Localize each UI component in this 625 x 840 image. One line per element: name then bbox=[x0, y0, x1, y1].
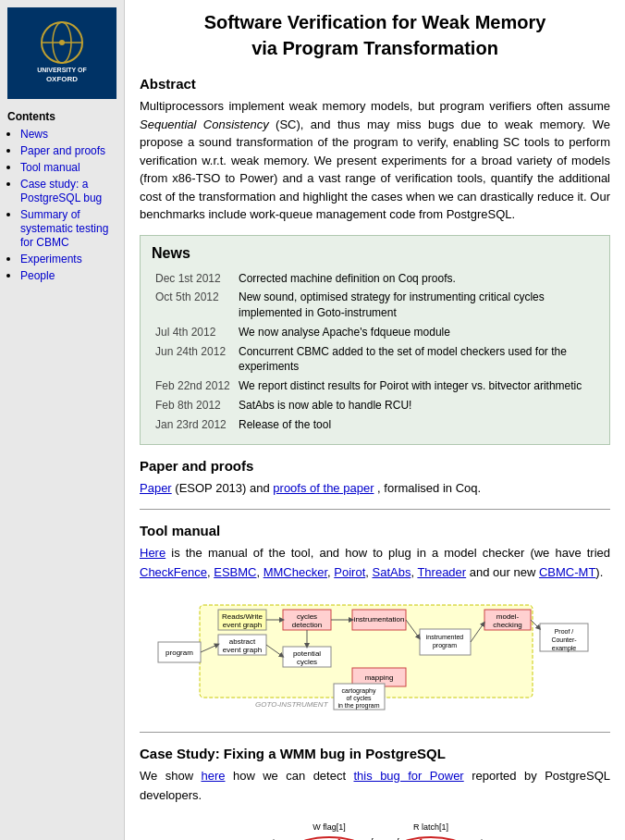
here-link[interactable]: Here bbox=[140, 546, 165, 560]
svg-text:event graph: event graph bbox=[222, 646, 261, 654]
news-text: Corrected machine definition on Coq proo… bbox=[235, 269, 598, 289]
svg-text:cartography: cartography bbox=[341, 687, 375, 695]
news-text: SatAbs is now able to handle RCU! bbox=[235, 396, 598, 415]
svg-text:fr: fr bbox=[371, 837, 376, 840]
sidebar-item-paper[interactable]: Paper and proofs bbox=[20, 143, 116, 157]
sidebar-item-news[interactable]: News bbox=[20, 127, 116, 141]
news-row: Oct 5th 2012 New sound, optimised strate… bbox=[152, 288, 598, 323]
sidebar-nav-list: News Paper and proofs Tool manual Case s… bbox=[7, 127, 116, 282]
svg-text:model-: model- bbox=[496, 612, 519, 621]
news-date: Feb 22nd 2012 bbox=[152, 377, 235, 396]
cbmc-mt-link[interactable]: CBMC-MT bbox=[539, 565, 595, 579]
postgresql-diagram: W flag[1] R latch[1] po po W latch[1] R … bbox=[140, 819, 610, 840]
bug-power-link[interactable]: this bug for Power bbox=[353, 769, 463, 783]
contents-label: Contents bbox=[7, 110, 116, 123]
svg-text:program: program bbox=[432, 642, 456, 649]
abstract-text: Multiprocessors implement weak memory mo… bbox=[140, 97, 610, 224]
svg-point-3 bbox=[59, 40, 65, 45]
paper-text: Paper (ESOP 2013) and proofs of the pape… bbox=[140, 479, 610, 499]
svg-text:instrumented: instrumented bbox=[425, 634, 463, 640]
news-row: Dec 1st 2012 Corrected machine definitio… bbox=[152, 269, 598, 289]
svg-text:event graph: event graph bbox=[222, 621, 261, 629]
news-row: Jun 24th 2012 Concurrent CBMC added to t… bbox=[152, 342, 598, 377]
oxford-logo-svg: UNIVERSITY OF OXFORD bbox=[25, 15, 99, 89]
sidebar-item-experiments[interactable]: Experiments bbox=[20, 252, 116, 266]
tool-title: Tool manual bbox=[140, 523, 610, 538]
news-section: News Dec 1st 2012 Corrected machine defi… bbox=[140, 235, 610, 445]
svg-text:example: example bbox=[551, 645, 576, 652]
news-date: Dec 1st 2012 bbox=[152, 269, 235, 289]
tool-text: Here is the manual of the tool, and how … bbox=[140, 544, 610, 583]
case-here-link[interactable]: here bbox=[201, 769, 225, 783]
main-content: Software Verification for Weak Memory vi… bbox=[125, 0, 625, 840]
news-row: Feb 22nd 2012 We report distinct results… bbox=[152, 377, 598, 396]
news-row: Jan 23rd 2012 Release of the tool bbox=[152, 415, 598, 435]
proofs-link[interactable]: proofs of the paper bbox=[273, 481, 374, 495]
svg-text:program: program bbox=[165, 649, 193, 657]
news-date: Jul 4th 2012 bbox=[152, 323, 235, 342]
svg-text:Reads/Write: Reads/Write bbox=[222, 612, 263, 621]
satabs-link[interactable]: SatAbs bbox=[372, 565, 411, 579]
svg-text:abstract: abstract bbox=[228, 637, 255, 646]
sidebar: UNIVERSITY OF OXFORD Contents News Paper… bbox=[0, 0, 125, 840]
paper-link[interactable]: Paper bbox=[140, 481, 172, 495]
checkfence-link[interactable]: CheckFence bbox=[140, 565, 207, 579]
sidebar-item-summary[interactable]: Summary of systematic testing for CBMC bbox=[20, 207, 116, 249]
svg-text:Proof /: Proof / bbox=[554, 628, 573, 635]
svg-text:checking: checking bbox=[493, 621, 522, 629]
news-date: Feb 8th 2012 bbox=[152, 396, 235, 415]
news-text: We now analyse Apache's fdqueue module bbox=[235, 323, 598, 342]
svg-text:Counter-: Counter- bbox=[551, 636, 577, 643]
svg-text:cycles: cycles bbox=[296, 612, 316, 621]
svg-text:cycles: cycles bbox=[296, 658, 316, 666]
threader-link[interactable]: Threader bbox=[417, 565, 466, 579]
svg-text:UNIVERSITY OF: UNIVERSITY OF bbox=[37, 67, 87, 73]
tool-diagram: GOTO-INSTRUMENT program Reads/Write even… bbox=[140, 596, 610, 719]
svg-text:OXFORD: OXFORD bbox=[46, 75, 78, 83]
svg-text:rf: rf bbox=[394, 837, 399, 840]
case-study-text: We show here how we can detect this bug … bbox=[140, 767, 610, 806]
postgresql-diagram-svg: W flag[1] R latch[1] po po W latch[1] R … bbox=[246, 819, 505, 840]
svg-text:W flag[1]: W flag[1] bbox=[312, 822, 346, 832]
svg-text:potential: potential bbox=[292, 649, 320, 658]
svg-text:R latch[1]: R latch[1] bbox=[412, 822, 447, 832]
news-table: Dec 1st 2012 Corrected machine definitio… bbox=[152, 269, 598, 435]
news-text: Concurrent CBMC added to the set of mode… bbox=[235, 342, 598, 377]
case-study-title: Case Study: Fixing a WMM bug in PostgreS… bbox=[140, 746, 610, 761]
sidebar-item-people[interactable]: People bbox=[20, 268, 116, 282]
poirot-link[interactable]: Poirot bbox=[334, 565, 365, 579]
svg-point-57 bbox=[371, 837, 491, 840]
abstract-title: Abstract bbox=[140, 76, 610, 92]
svg-text:GOTO-INSTRUMENT: GOTO-INSTRUMENT bbox=[255, 700, 329, 709]
esbmc-link[interactable]: ESBMC bbox=[214, 565, 256, 579]
sidebar-contents: Contents News Paper and proofs Tool manu… bbox=[7, 110, 116, 282]
news-date: Oct 5th 2012 bbox=[152, 288, 235, 323]
divider-1 bbox=[140, 509, 610, 510]
sidebar-item-tool[interactable]: Tool manual bbox=[20, 160, 116, 174]
news-text: We report distinct results for Poirot wi… bbox=[235, 377, 598, 396]
svg-text:detection: detection bbox=[291, 621, 321, 629]
sidebar-item-case[interactable]: Case study: a PostgreSQL bug bbox=[20, 177, 116, 204]
mmchecker-link[interactable]: MMChecker bbox=[263, 565, 327, 579]
svg-text:instrumentation: instrumentation bbox=[353, 615, 404, 624]
news-text: New sound, optimised strategy for instru… bbox=[235, 288, 598, 323]
paper-title: Paper and proofs bbox=[140, 458, 610, 474]
page-title: Software Verification for Weak Memory vi… bbox=[140, 9, 610, 61]
news-date: Jun 24th 2012 bbox=[152, 342, 235, 377]
svg-text:mapping: mapping bbox=[364, 673, 393, 682]
news-row: Feb 8th 2012 SatAbs is now able to handl… bbox=[152, 396, 598, 415]
news-date: Jan 23rd 2012 bbox=[152, 415, 235, 435]
divider-2 bbox=[140, 732, 610, 733]
svg-text:of cycles: of cycles bbox=[346, 695, 372, 702]
news-title: News bbox=[152, 245, 598, 262]
svg-text:in the program: in the program bbox=[337, 702, 379, 710]
news-row: Jul 4th 2012 We now analyse Apache's fdq… bbox=[152, 323, 598, 342]
tool-diagram-svg: GOTO-INSTRUMENT program Reads/Write even… bbox=[153, 596, 597, 716]
news-text: Release of the tool bbox=[235, 415, 598, 435]
oxford-logo-container: UNIVERSITY OF OXFORD bbox=[7, 7, 116, 99]
